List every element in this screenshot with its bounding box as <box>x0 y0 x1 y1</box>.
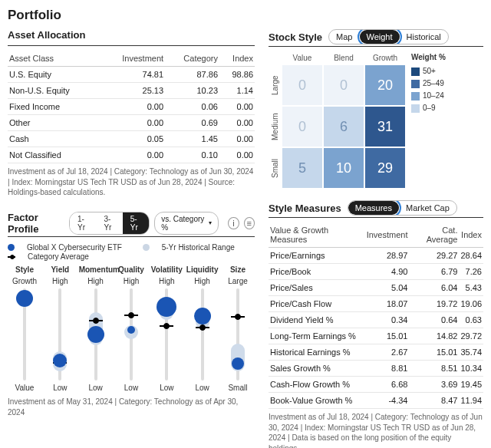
table-row: Dividend Yield %0.340.640.63 <box>269 312 483 328</box>
tab-historical[interactable]: Historical <box>400 30 448 44</box>
info-icon[interactable]: i <box>228 217 239 229</box>
factor-column: MomentumHighLow <box>79 264 113 394</box>
factor-profile-heading: Factor Profile <box>8 212 64 235</box>
style-box-grid: ValueBlendGrowthLarge0020Medium0631Small… <box>269 51 405 188</box>
factor-column: LiquidityHighLow <box>186 264 219 394</box>
style-box-cell: 0 <box>282 65 322 105</box>
tab-market-cap[interactable]: Market Cap <box>399 201 456 215</box>
comparison-dropdown[interactable]: vs. Category % <box>154 212 219 235</box>
style-box-cell: 20 <box>365 65 405 105</box>
factor-column: QualityHighLow <box>114 264 148 394</box>
settings-icon[interactable]: ≡ <box>244 217 255 229</box>
style-box-cell: 0 <box>324 65 364 105</box>
asset-allocation-heading: Asset Allocation <box>8 29 255 41</box>
diamond-icon <box>8 255 15 259</box>
col-header: Investment <box>101 51 165 67</box>
factor-column: StyleGrowthValue <box>8 264 41 394</box>
table-row: Price/Earnings28.9729.2728.64 <box>269 248 483 264</box>
table-row: Long-Term Earnings %15.0114.8229.72 <box>269 328 483 344</box>
page-title: Portfolio <box>8 8 483 23</box>
period-toggle: 1-Yr3-Yr5-Yr <box>69 212 150 235</box>
style-box-cell: 6 <box>324 107 364 147</box>
dot-icon <box>143 244 150 251</box>
tab-weight[interactable]: Weight <box>360 30 400 44</box>
style-box-cell: 10 <box>324 148 364 188</box>
table-row: Book-Value Growth %-4.348.4711.94 <box>269 393 483 409</box>
stock-style-heading: Stock Style <box>269 31 322 43</box>
factor-column: SizeLargeSmall <box>221 264 255 394</box>
factor-legend: Global X Cybersecurity ETF 5-Yr Historic… <box>8 243 255 262</box>
col-header: Category <box>165 51 219 67</box>
style-box-legend: Weight % 50+25–4910–240–9 <box>411 51 446 114</box>
table-row: Historical Earnings %2.6715.0135.74 <box>269 344 483 361</box>
table-row: Cash-Flow Growth %6.683.6919.45 <box>269 377 483 393</box>
col-header: Investment <box>365 222 410 248</box>
measures-footnote: Investment as of Jul 18, 2024 | Category… <box>269 412 483 448</box>
table-row: Price/Book4.906.797.26 <box>269 264 483 280</box>
period-5-yr[interactable]: 5-Yr <box>123 212 149 234</box>
style-measures-heading: Style Measures <box>269 203 341 214</box>
table-row: Fixed Income0.000.060.00 <box>8 99 255 115</box>
period-1-yr[interactable]: 1-Yr <box>70 212 96 234</box>
table-row: Price/Cash Flow18.0719.7219.06 <box>269 296 483 312</box>
style-measures-tabs: MeasuresMarket Cap <box>348 200 457 216</box>
tab-measures[interactable]: Measures <box>348 201 399 215</box>
dot-icon <box>8 244 15 251</box>
table-row: Non-U.S. Equity25.1310.231.14 <box>8 83 255 99</box>
table-row: Price/Sales5.046.045.43 <box>269 280 483 296</box>
factor-column: VolatilityHighLow <box>150 264 183 394</box>
col-header: Asset Class <box>8 51 101 67</box>
table-row: Cash0.051.450.00 <box>8 131 255 147</box>
factor-footnote: Investment as of May 31, 2024 | Category… <box>8 397 255 417</box>
style-box-cell: 31 <box>365 107 405 147</box>
col-header: Index <box>219 51 255 67</box>
style-measures-table: Value & Growth MeasuresInvestmentCat. Av… <box>269 222 483 409</box>
period-3-yr[interactable]: 3-Yr <box>96 212 122 234</box>
asset-allocation-table: Asset ClassInvestmentCategoryIndex U.S. … <box>8 51 255 163</box>
stock-style-tabs: MapWeightHistorical <box>328 29 449 44</box>
tab-map[interactable]: Map <box>329 30 359 44</box>
col-header: Cat. Average <box>409 222 459 248</box>
style-box-cell: 0 <box>282 107 322 147</box>
table-row: Other0.000.690.00 <box>8 115 255 131</box>
table-row: Not Classified0.000.100.00 <box>8 147 255 163</box>
style-box-cell: 5 <box>282 148 322 188</box>
asset-footnote: Investment as of Jul 18, 2024 | Category… <box>8 166 255 198</box>
table-row: U.S. Equity74.8187.8698.86 <box>8 67 255 83</box>
col-header: Value & Growth Measures <box>269 222 365 248</box>
col-header: Index <box>459 222 483 248</box>
table-row: Sales Growth %8.818.5110.34 <box>269 361 483 377</box>
factor-column: YieldHighLow <box>43 264 77 394</box>
style-box-cell: 29 <box>365 148 405 188</box>
